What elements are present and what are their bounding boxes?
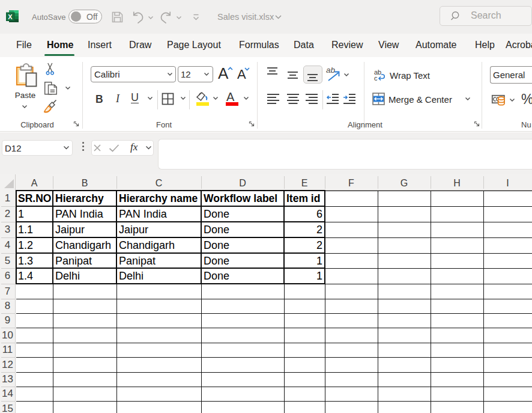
svg-text:X: X [8, 13, 13, 20]
svg-text:c: c [374, 75, 378, 82]
